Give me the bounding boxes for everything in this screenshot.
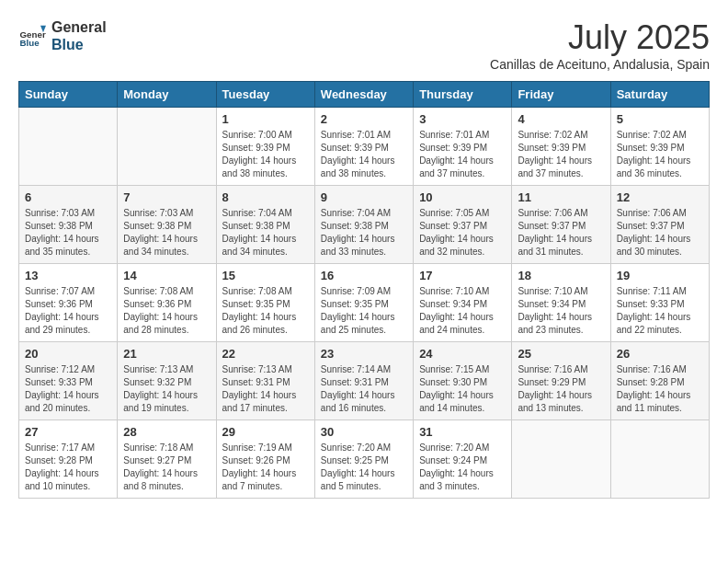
calendar-cell: 31Sunrise: 7:20 AM Sunset: 9:24 PM Dayli… bbox=[414, 420, 512, 499]
week-row-1: 1Sunrise: 7:00 AM Sunset: 9:39 PM Daylig… bbox=[19, 108, 710, 186]
day-detail: Sunrise: 7:05 AM Sunset: 9:37 PM Dayligh… bbox=[419, 207, 506, 259]
day-number: 24 bbox=[419, 347, 506, 361]
calendar-table: SundayMondayTuesdayWednesdayThursdayFrid… bbox=[18, 81, 710, 499]
calendar-cell: 23Sunrise: 7:14 AM Sunset: 9:31 PM Dayli… bbox=[314, 342, 413, 420]
weekday-header-saturday: Saturday bbox=[610, 82, 709, 108]
day-detail: Sunrise: 7:08 AM Sunset: 9:36 PM Dayligh… bbox=[123, 285, 210, 337]
weekday-header-sunday: Sunday bbox=[19, 82, 118, 108]
day-number: 18 bbox=[518, 269, 604, 282]
day-number: 29 bbox=[222, 425, 309, 439]
day-detail: Sunrise: 7:04 AM Sunset: 9:38 PM Dayligh… bbox=[321, 207, 407, 259]
page-header: General Blue General Blue July 2025 Cani… bbox=[18, 18, 710, 72]
svg-text:Blue: Blue bbox=[20, 38, 40, 48]
calendar-cell: 29Sunrise: 7:19 AM Sunset: 9:26 PM Dayli… bbox=[216, 420, 314, 499]
calendar-cell bbox=[19, 108, 118, 186]
day-detail: Sunrise: 7:19 AM Sunset: 9:26 PM Dayligh… bbox=[222, 442, 309, 493]
day-detail: Sunrise: 7:10 AM Sunset: 9:34 PM Dayligh… bbox=[419, 285, 506, 337]
weekday-header-row: SundayMondayTuesdayWednesdayThursdayFrid… bbox=[19, 82, 710, 108]
day-detail: Sunrise: 7:13 AM Sunset: 9:32 PM Dayligh… bbox=[123, 363, 210, 415]
calendar-cell: 28Sunrise: 7:18 AM Sunset: 9:27 PM Dayli… bbox=[118, 420, 216, 499]
day-detail: Sunrise: 7:16 AM Sunset: 9:28 PM Dayligh… bbox=[617, 363, 703, 415]
day-detail: Sunrise: 7:07 AM Sunset: 9:36 PM Dayligh… bbox=[25, 285, 111, 337]
day-detail: Sunrise: 7:16 AM Sunset: 9:29 PM Dayligh… bbox=[518, 363, 604, 415]
day-number: 8 bbox=[222, 190, 309, 204]
day-detail: Sunrise: 7:20 AM Sunset: 9:24 PM Dayligh… bbox=[419, 442, 506, 493]
day-number: 6 bbox=[25, 190, 111, 204]
day-detail: Sunrise: 7:11 AM Sunset: 9:33 PM Dayligh… bbox=[617, 285, 703, 337]
calendar-cell: 1Sunrise: 7:00 AM Sunset: 9:39 PM Daylig… bbox=[216, 108, 314, 186]
calendar-cell bbox=[512, 420, 610, 499]
day-number: 15 bbox=[222, 269, 309, 282]
day-detail: Sunrise: 7:03 AM Sunset: 9:38 PM Dayligh… bbox=[25, 207, 111, 259]
location-title: Canillas de Aceituno, Andalusia, Spain bbox=[490, 57, 710, 72]
calendar-header: SundayMondayTuesdayWednesdayThursdayFrid… bbox=[19, 82, 710, 108]
day-detail: Sunrise: 7:04 AM Sunset: 9:38 PM Dayligh… bbox=[222, 207, 309, 259]
logo-blue-text: Blue bbox=[51, 36, 107, 53]
day-detail: Sunrise: 7:03 AM Sunset: 9:38 PM Dayligh… bbox=[123, 207, 210, 259]
weekday-header-tuesday: Tuesday bbox=[216, 82, 314, 108]
day-number: 7 bbox=[123, 190, 210, 204]
calendar-cell bbox=[610, 420, 709, 499]
day-number: 22 bbox=[222, 347, 309, 361]
day-number: 27 bbox=[25, 425, 111, 439]
day-number: 4 bbox=[518, 112, 604, 126]
day-number: 14 bbox=[123, 269, 210, 282]
day-number: 28 bbox=[123, 425, 210, 439]
day-detail: Sunrise: 7:20 AM Sunset: 9:25 PM Dayligh… bbox=[321, 442, 407, 493]
calendar-cell: 3Sunrise: 7:01 AM Sunset: 9:39 PM Daylig… bbox=[414, 108, 512, 186]
day-number: 21 bbox=[123, 347, 210, 361]
day-detail: Sunrise: 7:13 AM Sunset: 9:31 PM Dayligh… bbox=[222, 363, 309, 415]
calendar-cell: 12Sunrise: 7:06 AM Sunset: 9:37 PM Dayli… bbox=[610, 186, 709, 264]
calendar-cell: 9Sunrise: 7:04 AM Sunset: 9:38 PM Daylig… bbox=[314, 186, 413, 264]
day-number: 13 bbox=[25, 269, 111, 282]
day-number: 25 bbox=[518, 347, 604, 361]
day-number: 3 bbox=[419, 112, 506, 126]
calendar-body: 1Sunrise: 7:00 AM Sunset: 9:39 PM Daylig… bbox=[19, 108, 710, 499]
title-block: July 2025 Canillas de Aceituno, Andalusi… bbox=[490, 18, 710, 72]
day-detail: Sunrise: 7:06 AM Sunset: 9:37 PM Dayligh… bbox=[518, 207, 604, 259]
month-title: July 2025 bbox=[490, 18, 710, 57]
day-detail: Sunrise: 7:14 AM Sunset: 9:31 PM Dayligh… bbox=[321, 363, 407, 415]
calendar-cell: 26Sunrise: 7:16 AM Sunset: 9:28 PM Dayli… bbox=[610, 342, 709, 420]
day-number: 16 bbox=[321, 269, 407, 282]
calendar-cell: 7Sunrise: 7:03 AM Sunset: 9:38 PM Daylig… bbox=[118, 186, 216, 264]
day-number: 1 bbox=[222, 112, 309, 126]
day-number: 30 bbox=[321, 425, 407, 439]
calendar-cell: 19Sunrise: 7:11 AM Sunset: 9:33 PM Dayli… bbox=[610, 264, 709, 342]
day-number: 12 bbox=[617, 190, 703, 204]
calendar-cell: 11Sunrise: 7:06 AM Sunset: 9:37 PM Dayli… bbox=[512, 186, 610, 264]
day-number: 17 bbox=[419, 269, 506, 282]
day-detail: Sunrise: 7:17 AM Sunset: 9:28 PM Dayligh… bbox=[25, 442, 111, 493]
day-number: 26 bbox=[617, 347, 703, 361]
calendar-cell: 30Sunrise: 7:20 AM Sunset: 9:25 PM Dayli… bbox=[314, 420, 413, 499]
calendar-cell: 22Sunrise: 7:13 AM Sunset: 9:31 PM Dayli… bbox=[216, 342, 314, 420]
day-number: 2 bbox=[321, 112, 407, 126]
day-number: 11 bbox=[518, 190, 604, 204]
calendar-cell: 21Sunrise: 7:13 AM Sunset: 9:32 PM Dayli… bbox=[118, 342, 216, 420]
calendar-cell: 15Sunrise: 7:08 AM Sunset: 9:35 PM Dayli… bbox=[216, 264, 314, 342]
logo-icon: General Blue bbox=[18, 22, 46, 50]
day-detail: Sunrise: 7:09 AM Sunset: 9:35 PM Dayligh… bbox=[321, 285, 407, 337]
calendar-cell: 14Sunrise: 7:08 AM Sunset: 9:36 PM Dayli… bbox=[118, 264, 216, 342]
day-detail: Sunrise: 7:12 AM Sunset: 9:33 PM Dayligh… bbox=[25, 363, 111, 415]
calendar-cell: 8Sunrise: 7:04 AM Sunset: 9:38 PM Daylig… bbox=[216, 186, 314, 264]
calendar-cell: 25Sunrise: 7:16 AM Sunset: 9:29 PM Dayli… bbox=[512, 342, 610, 420]
week-row-3: 13Sunrise: 7:07 AM Sunset: 9:36 PM Dayli… bbox=[19, 264, 710, 342]
week-row-4: 20Sunrise: 7:12 AM Sunset: 9:33 PM Dayli… bbox=[19, 342, 710, 420]
day-detail: Sunrise: 7:15 AM Sunset: 9:30 PM Dayligh… bbox=[419, 363, 506, 415]
day-detail: Sunrise: 7:01 AM Sunset: 9:39 PM Dayligh… bbox=[419, 129, 506, 180]
calendar-cell: 16Sunrise: 7:09 AM Sunset: 9:35 PM Dayli… bbox=[314, 264, 413, 342]
calendar-cell: 24Sunrise: 7:15 AM Sunset: 9:30 PM Dayli… bbox=[414, 342, 512, 420]
calendar-cell: 5Sunrise: 7:02 AM Sunset: 9:39 PM Daylig… bbox=[610, 108, 709, 186]
weekday-header-thursday: Thursday bbox=[414, 82, 512, 108]
day-number: 23 bbox=[321, 347, 407, 361]
logo-general-text: General bbox=[51, 18, 107, 36]
day-detail: Sunrise: 7:08 AM Sunset: 9:35 PM Dayligh… bbox=[222, 285, 309, 337]
day-detail: Sunrise: 7:06 AM Sunset: 9:37 PM Dayligh… bbox=[617, 207, 703, 259]
calendar-cell bbox=[118, 108, 216, 186]
day-number: 10 bbox=[419, 190, 506, 204]
day-detail: Sunrise: 7:01 AM Sunset: 9:39 PM Dayligh… bbox=[321, 129, 407, 180]
calendar-cell: 20Sunrise: 7:12 AM Sunset: 9:33 PM Dayli… bbox=[19, 342, 118, 420]
day-detail: Sunrise: 7:02 AM Sunset: 9:39 PM Dayligh… bbox=[518, 129, 604, 180]
calendar-cell: 10Sunrise: 7:05 AM Sunset: 9:37 PM Dayli… bbox=[414, 186, 512, 264]
